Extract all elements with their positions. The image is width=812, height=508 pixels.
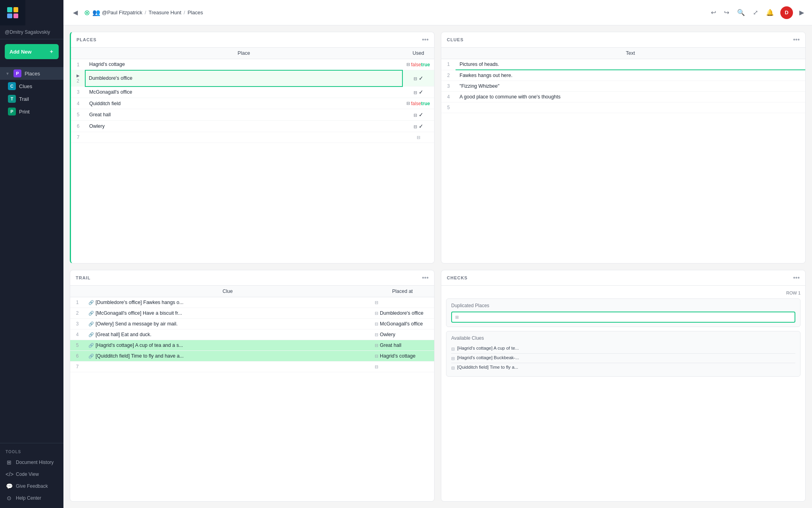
clue-bullet-icon: ⊟ — [451, 356, 455, 361]
duplicated-places-input[interactable]: ⊞ — [451, 312, 795, 323]
trail-placed-at-cell[interactable]: ⊟Dumbledore's office — [371, 308, 434, 319]
clues-table-row[interactable]: 3"Fizzing Whizbee" — [441, 81, 805, 92]
places-table-row[interactable]: 7⊟ — [71, 132, 434, 143]
clues-table-row[interactable]: 2Fawkes hangs out here. — [441, 70, 805, 81]
tool-give-feedback[interactable]: 💬 Give Feedback — [0, 480, 63, 492]
trail-col-placed-at-header: Placed at — [371, 286, 434, 297]
share-button[interactable]: ⤢ — [751, 7, 760, 18]
clues-panel-header: CLUES ••• — [441, 32, 805, 48]
available-clue-item[interactable]: ⊟[Quidditch field] Time to fly a... — [451, 363, 795, 372]
notifications-button[interactable]: 🔔 — [764, 7, 776, 18]
search-button[interactable]: 🔍 — [735, 7, 747, 18]
places-col-place-header: Place — [85, 48, 402, 59]
clues-table-row[interactable]: 4A good place to commune with one's thou… — [441, 92, 805, 102]
row-number: 7 — [70, 362, 84, 372]
redo-button[interactable]: ↪ — [722, 7, 731, 18]
sidebar-item-print[interactable]: P Print — [0, 105, 63, 118]
trail-table-row[interactable]: 4🔗[Great hall] Eat and duck.⊟Owlery — [70, 329, 434, 340]
available-clue-item[interactable]: ⊟[Hagrid's cottage] Buckbeak-... — [451, 354, 795, 363]
trail-table-wrap: Clue Placed at 1🔗[Dumbledore's office] F… — [70, 286, 434, 501]
nav-back-button[interactable]: ◀ — [70, 7, 81, 18]
breadcrumb-sep-1: / — [145, 10, 146, 15]
tool-document-history[interactable]: ⊞ Document History — [0, 456, 63, 468]
tool-help-center[interactable]: ⊙ Help Center — [0, 492, 63, 504]
sidebar-item-trail[interactable]: T Trail — [0, 92, 63, 105]
undo-button[interactable]: ↩ — [709, 7, 718, 18]
clue-text-cell[interactable]: A good place to commune with one's thoug… — [456, 92, 805, 102]
places-table-wrap: Place Used 1Hagrid's cottage⊟falsetrue▶ … — [71, 48, 434, 263]
clue-bullet-icon: ⊟ — [451, 366, 455, 371]
place-cell[interactable]: McGonagall's office — [85, 87, 402, 98]
breadcrumb-user-link[interactable]: 👥 @Paul Fitzpatrick — [92, 9, 142, 16]
clues-table-row[interactable]: 5 — [441, 102, 805, 113]
trail-panel-header: TRAIL ••• — [70, 270, 434, 286]
clues-row-num-header — [441, 48, 456, 59]
trail-clue-cell[interactable]: 🔗[McGonagall's office] Have a biscuit fr… — [84, 308, 371, 319]
clue-text-cell[interactable] — [456, 102, 805, 113]
places-table-row[interactable]: ▶ 2Dumbledore's office⊟✓ — [71, 70, 434, 87]
clues-panel-title: CLUES — [447, 37, 463, 42]
tool-code-view[interactable]: </> Code View — [0, 468, 63, 480]
trail-placed-at-cell[interactable]: ⊟ — [371, 362, 434, 372]
trail-table-row[interactable]: 3🔗[Owlery] Send a message by air mail.⊟M… — [70, 319, 434, 329]
trail-table-row[interactable]: 1🔗[Dumbledore's office] Fawkes hangs o..… — [70, 297, 434, 308]
checks-panel-menu-button[interactable]: ••• — [793, 274, 800, 281]
checks-row-label: ROW 1 — [446, 291, 801, 298]
clues-table-row[interactable]: 1Pictures of heads. — [441, 59, 805, 70]
app-logo — [0, 0, 25, 25]
user-group-icon: 👥 — [92, 9, 100, 16]
trail-clue-cell[interactable]: 🔗[Dumbledore's office] Fawkes hangs o... — [84, 297, 371, 308]
place-cell[interactable]: Dumbledore's office — [85, 70, 402, 87]
trail-placed-at-cell[interactable]: ⊟Owlery — [371, 329, 434, 340]
place-cell[interactable]: Quidditch field — [85, 98, 402, 109]
help-icon: ⊙ — [6, 495, 13, 501]
trail-table-row[interactable]: 6🔗[Quidditch field] Time to fly and have… — [70, 351, 434, 362]
checks-panel: CHECKS ••• ROW 1 Duplicated Places ⊞ Ava… — [441, 270, 806, 502]
trail-placed-at-cell[interactable]: ⊟Great hall — [371, 340, 434, 351]
trail-placed-at-cell[interactable]: ⊟McGonagall's office — [371, 319, 434, 329]
clues-icon: C — [8, 82, 16, 90]
places-panel: PLACES ••• Place Used 1Hagrid's cottage⊟… — [70, 32, 435, 264]
add-new-button[interactable]: Add New ＋ — [5, 44, 59, 59]
places-table-row[interactable]: 1Hagrid's cottage⊟falsetrue — [71, 59, 434, 70]
sidebar-item-clues[interactable]: C Clues — [0, 80, 63, 92]
available-clues-list: ⊟[Hagrid's cottage] A cup of te...⊟[Hagr… — [451, 344, 795, 372]
trail-clue-cell[interactable]: 🔗[Hagrid's cottage] A cup of tea and a s… — [84, 340, 371, 351]
row-number: 1 — [71, 59, 85, 70]
places-table-row[interactable]: 4Quidditch field⊟falsetrue — [71, 98, 434, 109]
places-panel-menu-button[interactable]: ••• — [422, 36, 429, 43]
clue-bullet-icon: ⊟ — [451, 346, 455, 352]
place-cell[interactable]: Great hall — [85, 109, 402, 121]
trail-table-row[interactable]: 2🔗[McGonagall's office] Have a biscuit f… — [70, 308, 434, 319]
collapse-right-button[interactable]: ▶ — [798, 7, 806, 18]
clue-text-cell[interactable]: Pictures of heads. — [456, 59, 805, 70]
clues-panel-menu-button[interactable]: ••• — [793, 36, 800, 43]
place-cell[interactable] — [85, 132, 402, 143]
trail-clue-cell[interactable]: 🔗[Great hall] Eat and duck. — [84, 329, 371, 340]
places-table-row[interactable]: 5Great hall⊟✓ — [71, 109, 434, 121]
trail-clue-cell[interactable]: 🔗[Quidditch field] Time to fly and have … — [84, 351, 371, 362]
chevron-icon: ▼ — [6, 71, 10, 76]
available-clue-item[interactable]: ⊟[Hagrid's cottage] A cup of te... — [451, 344, 795, 354]
available-clues-title: Available Clues — [451, 335, 795, 341]
trail-table-row[interactable]: 7⊟ — [70, 362, 434, 372]
places-panel-header: PLACES ••• — [71, 32, 434, 48]
place-cell[interactable]: Hagrid's cottage — [85, 59, 402, 70]
places-table-row[interactable]: 6Owlery⊟✓ — [71, 121, 434, 132]
clue-text-cell[interactable]: Fawkes hangs out here. — [456, 70, 805, 81]
trail-panel: TRAIL ••• Clue Placed at 1🔗[Dumbledore's… — [70, 270, 435, 502]
clue-text-cell[interactable]: "Fizzing Whizbee" — [456, 81, 805, 92]
used-cell: ⊟falsetrue — [402, 59, 434, 70]
breadcrumb-doc-link[interactable]: Treasure Hunt — [149, 10, 182, 15]
document-history-icon: ⊞ — [6, 459, 13, 466]
trail-placed-at-cell[interactable]: ⊟ — [371, 297, 434, 308]
trail-table-row[interactable]: 5🔗[Hagrid's cottage] A cup of tea and a … — [70, 340, 434, 351]
trail-clue-cell[interactable]: 🔗[Owlery] Send a message by air mail. — [84, 319, 371, 329]
sidebar-item-places[interactable]: ▼ P Places — [0, 67, 63, 80]
places-col-used-header: Used — [402, 48, 434, 59]
place-cell[interactable]: Owlery — [85, 121, 402, 132]
trail-placed-at-cell[interactable]: ⊟Hagrid's cottage — [371, 351, 434, 362]
places-table-row[interactable]: 3McGonagall's office⊟✓ — [71, 87, 434, 98]
trail-clue-cell[interactable] — [84, 362, 371, 372]
trail-panel-menu-button[interactable]: ••• — [422, 274, 429, 281]
